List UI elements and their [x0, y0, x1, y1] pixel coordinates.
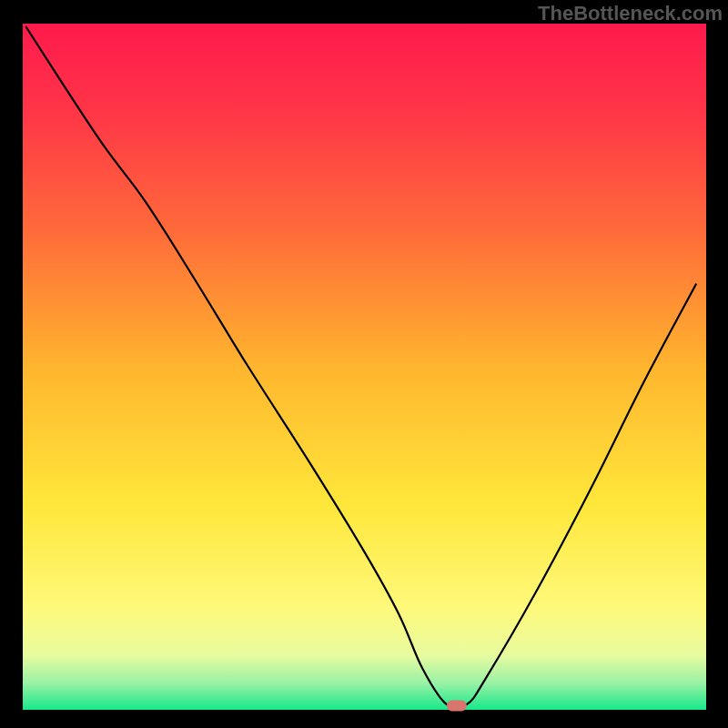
plot-background [23, 24, 706, 710]
chart-svg [0, 0, 728, 728]
bottleneck-chart: TheBottleneck.com [0, 0, 728, 728]
watermark-text: TheBottleneck.com [538, 2, 723, 25]
optimal-point-marker [447, 700, 467, 711]
